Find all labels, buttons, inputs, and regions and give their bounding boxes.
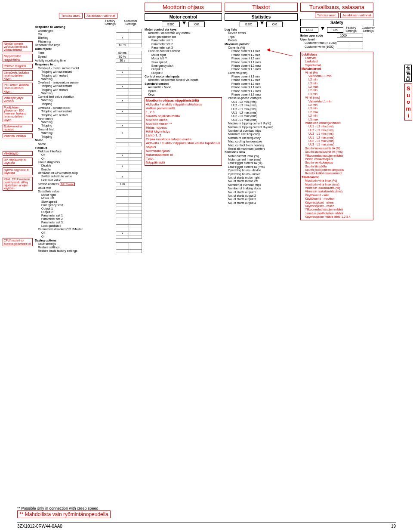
callout: Lämpörele: laukaisu ilman uudelleen käyn… (3, 70, 33, 81)
list-item: Activate / deactivate control via inputs (145, 78, 222, 82)
list-item: Käyttötunnit - moottori (302, 197, 372, 201)
list-item: Currents (rms) (225, 71, 298, 75)
safety-red-list: LokilistausLaiteviatLaukaisutTapahtumatM… (300, 52, 373, 220)
customer-tag-fi: Asiakkaan valinnat (84, 13, 117, 19)
col-customer: Customer Settings (361, 26, 376, 34)
list-item: Virrat (rms) (302, 96, 372, 99)
list-item: Suurin verkkotaajuus (302, 161, 372, 164)
list-item: Käynnistysten määrä lähtö 1,2,3,4 (302, 215, 372, 219)
list-item: UL2 - L3 max (rms) (225, 114, 298, 118)
list-item: Operating hours - device (225, 169, 298, 172)
list-item: Laukaisut (302, 60, 372, 63)
list-item: 1, 2 3 (146, 110, 221, 114)
list-item: Maksimiarvot (302, 67, 372, 71)
callout: DP -väyläkortti: ei käytössä (3, 158, 33, 165)
motor-column: Moottorin ohjaus Motor control ESC OK Mo… (145, 3, 222, 253)
down-arrow-icon (260, 22, 264, 25)
list-item: Viimeisin laukaisuvirta (rms) (302, 190, 372, 193)
list-item: Suorita ohjaustoiminto (146, 114, 221, 118)
esc-button[interactable]: ESC (300, 27, 318, 33)
callout: Ryhmä diagnoosi: ei käytössä (3, 167, 33, 175)
ok-button[interactable]: OK (266, 22, 283, 27)
list-item: Control motor via inputs (145, 75, 222, 78)
stats-title-fi: Tilastot (225, 3, 298, 12)
list-item: Output 2 (145, 71, 222, 75)
language-tabs: English Suomi (404, 65, 412, 122)
list-item: Phase current L2 min (225, 78, 298, 82)
list-item: L2 min (302, 78, 372, 81)
list-item: L3 min (302, 93, 372, 96)
list-item: Standard control (145, 82, 222, 86)
list-item: Aktivoitu / ei aktiv näppäimistöohjaus (146, 102, 221, 106)
list-item: Suurin laukaisuvirta IA (%) (302, 147, 372, 150)
list-item: Suurin lämpötila (302, 165, 372, 168)
list-item: Select parameter set (145, 35, 222, 39)
list-item: L2 min (302, 103, 372, 107)
list-item: Keys (145, 93, 222, 96)
list-item: Pienin verkkotaajuus (302, 158, 372, 161)
settings-table: Response to warningUnchangedOnBlinkingxF… (34, 25, 142, 253)
list-item: Inputs (145, 90, 222, 93)
list-item: Maximum pointer (225, 43, 298, 46)
list-item: L2 min (302, 114, 372, 118)
lang-suomi[interactable]: Suomi (404, 84, 412, 121)
footnote-fi: ** Mahdollista vain ryömintänopeudella (17, 510, 111, 518)
list-item: Tilastoarvot (302, 176, 372, 179)
list-item: Ylikuormalaukaisujen määrä (302, 154, 372, 158)
callout: Väyläkäyttö (3, 151, 33, 156)
list-item: UL1 - L2 min (rms) (302, 125, 372, 128)
col-customer: Customer Settings (122, 19, 139, 25)
list-item: Last trigger current IA (%) (225, 161, 298, 165)
list-item: Slow speed (145, 61, 222, 64)
list-item: Phase-to-phase voltages (225, 96, 298, 100)
list-item: Maximum tripping current IA (%) (225, 122, 298, 125)
list-item: Phase current L2 max (225, 90, 298, 93)
lang-english[interactable]: English (404, 65, 412, 82)
callout: Pehmon reagointi (3, 64, 33, 68)
factory-tag-fi: Tehdas aset. (315, 12, 339, 18)
stats-title-en: Statistics (225, 13, 298, 21)
list-item: Trips (225, 35, 298, 39)
ok-button[interactable]: OK (188, 22, 205, 27)
ok-button[interactable]: OK (327, 27, 343, 33)
list-item: Automatic / None (145, 86, 222, 89)
down-arrow-icon (321, 27, 324, 30)
list-item: Ohjaa moottoria tulojen avulla (146, 137, 221, 141)
list-item: Log lists (225, 28, 298, 31)
list-item: No. of starts output 1 (225, 191, 298, 194)
col-factory: Factory Settings (102, 19, 119, 25)
esc-button[interactable]: ESC (240, 22, 258, 27)
list-item: Last trigger current IA (rms) (225, 165, 298, 169)
list-item: Motor right (145, 53, 222, 57)
list-item: Tulot (146, 157, 221, 161)
list-item: Moottorin virta Imax (%) (302, 179, 372, 182)
motor-red-list: Moottorin ohjaus näppäimistöltäAktivoitu… (145, 97, 222, 166)
list-item: Hidas nopeus (146, 126, 221, 130)
stats-column: Tilastot Statistics ESC OK Log listsDevi… (225, 3, 298, 253)
list-item: Suurin laukaisuvirta IA (rms) (302, 150, 372, 154)
list-item: UL2 - L3 min (rms) (225, 104, 298, 107)
list-item: Hätä käynnistys (146, 130, 221, 133)
list-item: Jarrutus pysähdysten määrä (302, 212, 372, 215)
safety-title-en: Safety (300, 19, 373, 26)
list-item: Vaihevirta L1 min (302, 100, 372, 103)
esc-button[interactable]: ESC (162, 22, 180, 27)
list-item: Events (225, 39, 298, 42)
list-item: No. of starts output 2 (225, 194, 298, 198)
list-item: No. of starts output 4 (225, 201, 298, 205)
customer-tag-fi: Asiakkaan valinnat (340, 12, 373, 18)
list-item: UL3 - L1 max (rms) (302, 143, 372, 146)
list-item: Motor control via keys (145, 28, 222, 31)
list-item: L3 min (302, 82, 372, 85)
list-item: Lähtö 1, 2 (146, 133, 221, 137)
callout: Puolijohteen ylikuorma < E06 firmware: l… (3, 105, 33, 122)
list-item: Resetoi kaikki maksimiarvot (302, 172, 372, 175)
doc-number: 3ZX1012-0RW44-0AA0 (17, 524, 62, 529)
list-item: Viimeisin laukaisuvirta (%) (302, 186, 372, 190)
callout: PTC anturi: laukaisu ilman uudelleen käy… (3, 83, 33, 93)
list-item: Emergency start (145, 64, 222, 68)
list-item: Activate / deactivate key control (145, 31, 222, 35)
list-item: Normaaliohjaus (146, 149, 221, 153)
list-item: Käynnistykset - vasen (302, 204, 372, 208)
list-item: Phase current L3 min (225, 82, 298, 86)
